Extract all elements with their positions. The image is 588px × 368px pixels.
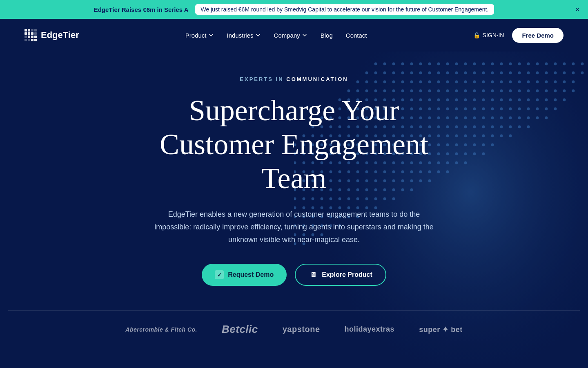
svg-point-198 [482, 126, 485, 128]
svg-point-88 [464, 90, 467, 92]
svg-point-224 [482, 135, 485, 137]
svg-point-87 [455, 90, 458, 92]
svg-point-272 [482, 153, 485, 155]
svg-point-23 [572, 63, 575, 65]
svg-point-176 [527, 117, 530, 119]
svg-point-197 [473, 126, 476, 128]
svg-point-97 [545, 90, 548, 92]
nav-product[interactable]: Product [180, 29, 219, 41]
svg-point-95 [527, 90, 530, 92]
svg-point-246 [455, 144, 458, 146]
hero-title: Supercharge Your Customer Engagement Tea… [135, 94, 453, 195]
svg-point-3 [392, 63, 395, 65]
svg-point-174 [509, 117, 512, 119]
nav-blog[interactable]: Blog [316, 29, 338, 41]
lock-icon: 🔒 [473, 32, 480, 38]
svg-point-13 [482, 63, 485, 65]
svg-point-40 [500, 72, 503, 74]
svg-point-61 [455, 81, 458, 83]
nav-right: 🔒 SIGN-IN Free Demo [473, 28, 564, 43]
svg-point-227 [509, 135, 512, 137]
svg-point-221 [455, 135, 458, 137]
svg-point-2 [383, 63, 386, 65]
nav-company[interactable]: Company [269, 29, 312, 41]
svg-point-45 [545, 72, 548, 74]
svg-point-69 [527, 81, 530, 83]
svg-point-72 [554, 81, 557, 83]
svg-point-118 [491, 99, 494, 101]
svg-point-148 [518, 108, 521, 110]
svg-point-67 [509, 81, 512, 83]
logos-bar: Abercrombie & Fitch Co. Betclic yapstone… [8, 310, 580, 348]
svg-point-65 [491, 81, 494, 83]
svg-point-24 [581, 63, 584, 65]
svg-point-291 [455, 162, 458, 164]
svg-point-248 [473, 144, 476, 146]
svg-point-1 [374, 63, 377, 65]
svg-point-225 [491, 135, 494, 137]
svg-point-195 [455, 126, 458, 128]
svg-point-142 [464, 108, 467, 110]
svg-point-91 [491, 90, 494, 92]
sign-in-link[interactable]: 🔒 SIGN-IN [473, 32, 504, 38]
logo-superbet: super ✦ bet [419, 325, 463, 334]
svg-point-9 [446, 63, 449, 65]
svg-point-26 [374, 72, 377, 74]
svg-point-144 [482, 108, 485, 110]
svg-point-90 [482, 90, 485, 92]
svg-point-15 [500, 63, 503, 65]
svg-point-46 [554, 72, 557, 74]
svg-point-143 [473, 108, 476, 110]
nav-contact[interactable]: Contact [341, 29, 372, 41]
svg-point-172 [491, 117, 494, 119]
svg-point-177 [536, 117, 539, 119]
svg-point-247 [464, 144, 467, 146]
free-demo-button[interactable]: Free Demo [512, 28, 564, 43]
announcement-bar: EdgeTier Raises €6m in Series A We just … [0, 0, 588, 19]
svg-point-33 [437, 72, 440, 74]
svg-point-121 [518, 99, 521, 101]
svg-point-146 [500, 108, 503, 110]
svg-point-37 [473, 72, 476, 74]
svg-point-141 [455, 108, 458, 110]
svg-point-8 [437, 63, 440, 65]
announcement-close-button[interactable]: × [575, 5, 580, 13]
svg-point-34 [446, 72, 449, 74]
svg-point-94 [518, 90, 521, 92]
svg-point-62 [464, 81, 467, 83]
svg-point-41 [509, 72, 512, 74]
svg-point-150 [536, 108, 539, 110]
svg-point-116 [473, 99, 476, 101]
request-demo-button[interactable]: ✓ Request Demo [202, 264, 287, 286]
svg-point-70 [536, 81, 539, 83]
svg-point-36 [464, 72, 467, 74]
svg-point-178 [545, 117, 548, 119]
chevron-down-icon [255, 32, 261, 38]
logo-grid-icon [24, 29, 37, 41]
svg-point-21 [554, 63, 557, 65]
svg-point-100 [572, 90, 575, 92]
nav-industries[interactable]: Industries [222, 29, 266, 41]
svg-point-25 [365, 72, 368, 74]
chevron-down-icon [302, 32, 307, 38]
explore-product-button[interactable]: 🖥 Explore Product [295, 264, 386, 286]
svg-point-18 [527, 63, 530, 65]
svg-point-39 [491, 72, 494, 74]
svg-point-31 [419, 72, 422, 74]
svg-point-63 [473, 81, 476, 83]
svg-point-20 [545, 63, 548, 65]
svg-point-19 [536, 63, 539, 65]
svg-point-119 [500, 99, 503, 101]
svg-point-5 [410, 63, 413, 65]
logo[interactable]: EdgeTier [24, 29, 79, 41]
svg-point-14 [491, 63, 494, 65]
svg-point-28 [392, 72, 395, 74]
svg-point-120 [509, 99, 512, 101]
svg-point-200 [500, 126, 503, 128]
svg-point-250 [491, 144, 494, 146]
svg-point-151 [545, 108, 548, 110]
svg-point-44 [536, 72, 539, 74]
svg-point-222 [464, 135, 467, 137]
svg-point-202 [518, 126, 521, 128]
svg-point-117 [482, 99, 485, 101]
